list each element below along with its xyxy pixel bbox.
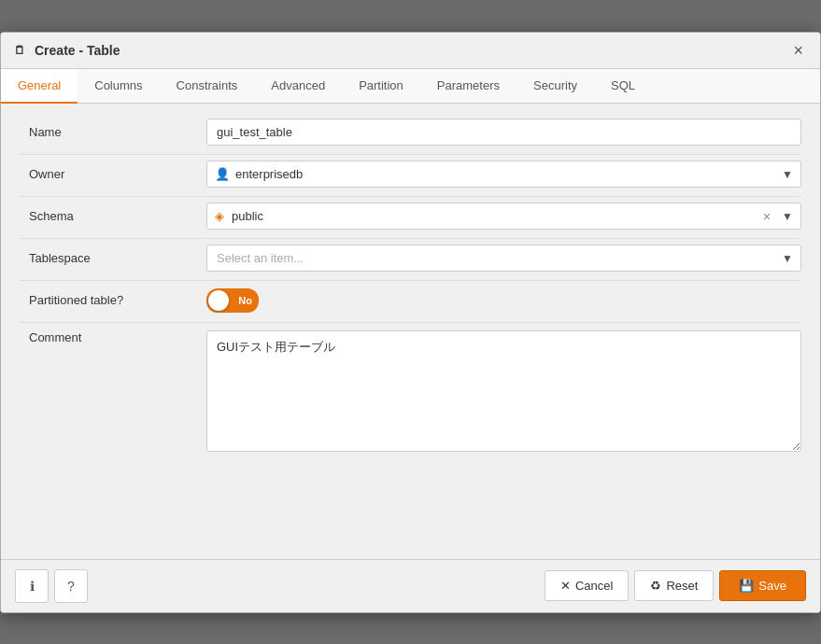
- help-icon: ?: [67, 579, 75, 594]
- cancel-label: Cancel: [575, 579, 613, 593]
- cancel-button[interactable]: ✕ Cancel: [545, 570, 629, 601]
- tab-advanced[interactable]: Advanced: [254, 69, 342, 104]
- reset-button[interactable]: ♻ Reset: [634, 570, 714, 601]
- tablespace-placeholder: Select an item...: [207, 245, 774, 271]
- name-row: Name: [20, 113, 801, 152]
- tab-constraints[interactable]: Constraints: [160, 69, 255, 104]
- create-table-dialog: 🗒 Create - Table × General Columns Const…: [0, 32, 821, 613]
- comment-row: Comment GUIテスト用テーブル: [20, 323, 801, 455]
- partitioned-row: Partitioned table? No: [20, 281, 801, 320]
- tablespace-row: Tablespace Select an item... ▼: [20, 239, 801, 278]
- schema-select[interactable]: ◈ public × ▼: [206, 203, 801, 230]
- tab-security[interactable]: Security: [517, 69, 594, 104]
- name-label: Name: [20, 125, 206, 139]
- schema-diamond-icon: ◈: [215, 209, 224, 223]
- tablespace-label: Tablespace: [20, 251, 206, 265]
- owner-value: enterprisedb: [234, 161, 774, 187]
- help-button[interactable]: ?: [54, 569, 88, 603]
- tablespace-dropdown-arrow: ▼: [774, 252, 800, 265]
- name-field-wrap: [206, 119, 801, 146]
- tab-content-general: Name Owner 👤 enterprisedb ▼: [1, 104, 820, 559]
- owner-field-wrap: 👤 enterprisedb ▼: [206, 161, 801, 188]
- info-button[interactable]: ℹ: [15, 569, 49, 603]
- tab-partition[interactable]: Partition: [342, 69, 420, 104]
- save-icon: 💾: [739, 579, 754, 593]
- owner-user-icon: 👤: [215, 167, 230, 181]
- owner-dropdown-arrow: ▼: [774, 168, 800, 181]
- dialog-header: 🗒 Create - Table ×: [1, 33, 820, 69]
- tab-sql[interactable]: SQL: [594, 69, 652, 104]
- cancel-icon: ✕: [560, 579, 571, 593]
- tablespace-select[interactable]: Select an item... ▼: [206, 245, 801, 272]
- comment-label: Comment: [20, 330, 206, 344]
- partitioned-label: Partitioned table?: [20, 293, 206, 307]
- owner-select[interactable]: 👤 enterprisedb ▼: [206, 161, 801, 188]
- dialog-footer: ℹ ? ✕ Cancel ♻ Reset 💾 Save: [1, 559, 820, 612]
- partitioned-toggle[interactable]: No: [206, 288, 259, 313]
- dialog-title: 🗒 Create - Table: [12, 43, 120, 58]
- footer-left: ℹ ?: [15, 569, 88, 603]
- save-label: Save: [758, 579, 786, 593]
- schema-value: public: [224, 203, 759, 229]
- comment-field-wrap: GUIテスト用テーブル: [206, 330, 801, 455]
- tab-bar: General Columns Constraints Advanced Par…: [1, 69, 820, 104]
- reset-icon: ♻: [650, 579, 661, 593]
- content-spacer: [1, 466, 820, 559]
- owner-row: Owner 👤 enterprisedb ▼: [20, 155, 801, 194]
- partitioned-toggle-container: No: [206, 288, 801, 313]
- schema-label: Schema: [20, 209, 206, 223]
- toggle-value: No: [238, 295, 252, 306]
- toggle-knob: [208, 290, 229, 311]
- schema-field-wrap: ◈ public × ▼: [206, 203, 801, 230]
- dialog-title-text: Create - Table: [35, 43, 120, 58]
- schema-row: Schema ◈ public × ▼: [20, 197, 801, 236]
- comment-textarea[interactable]: GUIテスト用テーブル: [206, 330, 801, 452]
- owner-label: Owner: [20, 167, 206, 181]
- name-input[interactable]: [206, 119, 801, 146]
- tablespace-field-wrap: Select an item... ▼: [206, 245, 801, 272]
- close-button[interactable]: ×: [787, 40, 809, 61]
- tab-columns[interactable]: Columns: [78, 69, 159, 104]
- tab-general[interactable]: General: [1, 69, 78, 104]
- info-icon: ℹ: [30, 579, 35, 594]
- save-button[interactable]: 💾 Save: [719, 570, 806, 601]
- partitioned-control-wrap: No: [206, 288, 801, 313]
- form-area: Name Owner 👤 enterprisedb ▼: [1, 104, 820, 466]
- schema-clear-button[interactable]: ×: [759, 209, 774, 224]
- table-icon: 🗒: [12, 43, 27, 58]
- tab-parameters[interactable]: Parameters: [420, 69, 517, 104]
- reset-label: Reset: [666, 579, 698, 593]
- footer-right: ✕ Cancel ♻ Reset 💾 Save: [545, 570, 806, 601]
- schema-dropdown-arrow: ▼: [774, 210, 800, 223]
